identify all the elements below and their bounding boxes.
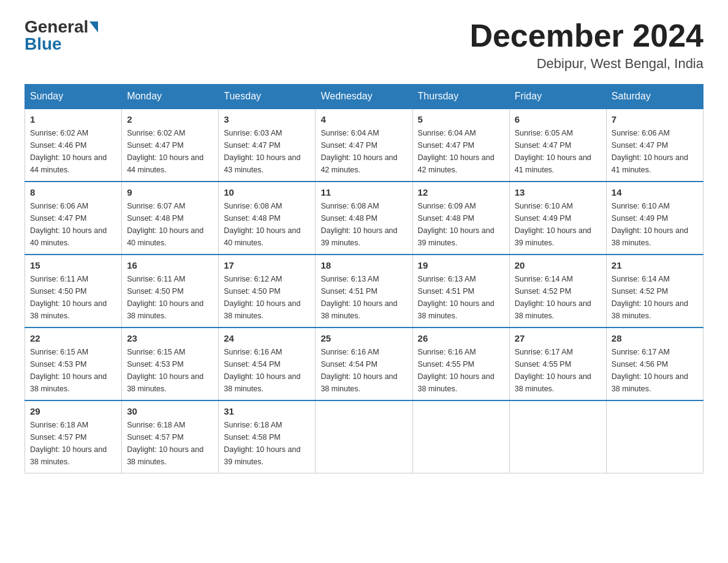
- calendar-cell: 3Sunrise: 6:03 AMSunset: 4:47 PMDaylight…: [219, 109, 316, 182]
- day-info: Sunrise: 6:04 AMSunset: 4:47 PMDaylight:…: [418, 127, 504, 176]
- calendar-body: 1Sunrise: 6:02 AMSunset: 4:46 PMDaylight…: [25, 109, 703, 473]
- day-number: 22: [30, 333, 116, 343]
- day-number: 29: [30, 406, 116, 416]
- day-number: 1: [30, 114, 116, 124]
- day-number: 17: [224, 260, 310, 270]
- day-header-monday: Monday: [122, 85, 219, 109]
- day-info: Sunrise: 6:18 AMSunset: 4:57 PMDaylight:…: [127, 419, 213, 468]
- day-info: Sunrise: 6:11 AMSunset: 4:50 PMDaylight:…: [127, 273, 213, 322]
- day-number: 19: [418, 260, 504, 270]
- day-info: Sunrise: 6:18 AMSunset: 4:58 PMDaylight:…: [224, 419, 310, 468]
- day-number: 16: [127, 260, 213, 270]
- day-info: Sunrise: 6:02 AMSunset: 4:47 PMDaylight:…: [127, 127, 213, 176]
- day-number: 14: [612, 187, 698, 197]
- day-header-sunday: Sunday: [25, 85, 122, 109]
- calendar-cell: 16Sunrise: 6:11 AMSunset: 4:50 PMDayligh…: [122, 255, 219, 327]
- calendar-cell: 25Sunrise: 6:16 AMSunset: 4:54 PMDayligh…: [316, 327, 412, 400]
- day-number: 3: [224, 114, 310, 124]
- day-info: Sunrise: 6:04 AMSunset: 4:47 PMDaylight:…: [320, 127, 407, 176]
- day-number: 26: [418, 333, 504, 343]
- month-title: December 2024: [469, 18, 703, 53]
- day-number: 24: [224, 333, 310, 343]
- calendar-cell: 9Sunrise: 6:07 AMSunset: 4:48 PMDaylight…: [122, 182, 219, 255]
- day-info: Sunrise: 6:15 AMSunset: 4:53 PMDaylight:…: [127, 346, 213, 395]
- calendar-cell: [412, 400, 509, 473]
- day-number: 10: [224, 187, 310, 197]
- calendar-week-row: 1Sunrise: 6:02 AMSunset: 4:46 PMDaylight…: [25, 109, 703, 182]
- calendar-cell: 23Sunrise: 6:15 AMSunset: 4:53 PMDayligh…: [122, 327, 219, 400]
- day-info: Sunrise: 6:08 AMSunset: 4:48 PMDaylight:…: [224, 200, 310, 249]
- day-info: Sunrise: 6:09 AMSunset: 4:48 PMDaylight:…: [418, 200, 504, 249]
- day-info: Sunrise: 6:08 AMSunset: 4:48 PMDaylight:…: [320, 200, 407, 249]
- calendar-cell: 1Sunrise: 6:02 AMSunset: 4:46 PMDaylight…: [25, 109, 122, 182]
- logo-arrow-icon: [89, 21, 98, 33]
- day-header-saturday: Saturday: [606, 85, 703, 109]
- day-info: Sunrise: 6:17 AMSunset: 4:56 PMDaylight:…: [612, 346, 698, 395]
- calendar-cell: [509, 400, 606, 473]
- day-info: Sunrise: 6:03 AMSunset: 4:47 PMDaylight:…: [224, 127, 310, 176]
- day-info: Sunrise: 6:10 AMSunset: 4:49 PMDaylight:…: [515, 200, 601, 249]
- day-info: Sunrise: 6:02 AMSunset: 4:46 PMDaylight:…: [30, 127, 116, 176]
- day-info: Sunrise: 6:11 AMSunset: 4:50 PMDaylight:…: [30, 273, 116, 322]
- day-number: 30: [127, 406, 213, 416]
- day-info: Sunrise: 6:13 AMSunset: 4:51 PMDaylight:…: [320, 273, 407, 322]
- calendar-week-row: 22Sunrise: 6:15 AMSunset: 4:53 PMDayligh…: [25, 327, 703, 400]
- day-number: 13: [515, 187, 601, 197]
- day-info: Sunrise: 6:16 AMSunset: 4:54 PMDaylight:…: [320, 346, 407, 395]
- day-info: Sunrise: 6:05 AMSunset: 4:47 PMDaylight:…: [515, 127, 601, 176]
- day-number: 31: [224, 406, 310, 416]
- day-number: 15: [30, 260, 116, 270]
- calendar-cell: 26Sunrise: 6:16 AMSunset: 4:55 PMDayligh…: [412, 327, 509, 400]
- title-section: December 2024 Debipur, West Bengal, Indi…: [469, 18, 703, 72]
- calendar-cell: 14Sunrise: 6:10 AMSunset: 4:49 PMDayligh…: [606, 182, 703, 255]
- calendar-cell: 6Sunrise: 6:05 AMSunset: 4:47 PMDaylight…: [509, 109, 606, 182]
- logo-blue-text: Blue: [25, 36, 62, 53]
- day-number: 12: [418, 187, 504, 197]
- day-number: 6: [515, 114, 601, 124]
- calendar-cell: [606, 400, 703, 473]
- day-info: Sunrise: 6:07 AMSunset: 4:48 PMDaylight:…: [127, 200, 213, 249]
- day-number: 25: [320, 333, 407, 343]
- day-info: Sunrise: 6:06 AMSunset: 4:47 PMDaylight:…: [612, 127, 698, 176]
- day-info: Sunrise: 6:16 AMSunset: 4:54 PMDaylight:…: [224, 346, 310, 395]
- day-number: 21: [612, 260, 698, 270]
- calendar-cell: 7Sunrise: 6:06 AMSunset: 4:47 PMDaylight…: [606, 109, 703, 182]
- day-info: Sunrise: 6:17 AMSunset: 4:55 PMDaylight:…: [515, 346, 601, 395]
- calendar-cell: 13Sunrise: 6:10 AMSunset: 4:49 PMDayligh…: [509, 182, 606, 255]
- day-info: Sunrise: 6:12 AMSunset: 4:50 PMDaylight:…: [224, 273, 310, 322]
- calendar-week-row: 29Sunrise: 6:18 AMSunset: 4:57 PMDayligh…: [25, 400, 703, 473]
- calendar-cell: 31Sunrise: 6:18 AMSunset: 4:58 PMDayligh…: [219, 400, 316, 473]
- calendar-cell: 21Sunrise: 6:14 AMSunset: 4:52 PMDayligh…: [606, 255, 703, 327]
- day-header-tuesday: Tuesday: [219, 85, 316, 109]
- day-header-friday: Friday: [509, 85, 606, 109]
- calendar-cell: 11Sunrise: 6:08 AMSunset: 4:48 PMDayligh…: [316, 182, 412, 255]
- calendar-cell: 30Sunrise: 6:18 AMSunset: 4:57 PMDayligh…: [122, 400, 219, 473]
- calendar-cell: 19Sunrise: 6:13 AMSunset: 4:51 PMDayligh…: [412, 255, 509, 327]
- calendar-cell: 18Sunrise: 6:13 AMSunset: 4:51 PMDayligh…: [316, 255, 412, 327]
- day-info: Sunrise: 6:06 AMSunset: 4:47 PMDaylight:…: [30, 200, 116, 249]
- day-number: 20: [515, 260, 601, 270]
- location-title: Debipur, West Bengal, India: [469, 56, 703, 72]
- day-info: Sunrise: 6:15 AMSunset: 4:53 PMDaylight:…: [30, 346, 116, 395]
- day-info: Sunrise: 6:10 AMSunset: 4:49 PMDaylight:…: [612, 200, 698, 249]
- day-number: 11: [320, 187, 407, 197]
- calendar-week-row: 15Sunrise: 6:11 AMSunset: 4:50 PMDayligh…: [25, 255, 703, 327]
- calendar-week-row: 8Sunrise: 6:06 AMSunset: 4:47 PMDaylight…: [25, 182, 703, 255]
- calendar-cell: 5Sunrise: 6:04 AMSunset: 4:47 PMDaylight…: [412, 109, 509, 182]
- day-header-wednesday: Wednesday: [316, 85, 412, 109]
- calendar-cell: 2Sunrise: 6:02 AMSunset: 4:47 PMDaylight…: [122, 109, 219, 182]
- day-info: Sunrise: 6:18 AMSunset: 4:57 PMDaylight:…: [30, 419, 116, 468]
- calendar-header-row: SundayMondayTuesdayWednesdayThursdayFrid…: [25, 85, 703, 109]
- day-info: Sunrise: 6:13 AMSunset: 4:51 PMDaylight:…: [418, 273, 504, 322]
- day-number: 7: [612, 114, 698, 124]
- calendar-cell: 27Sunrise: 6:17 AMSunset: 4:55 PMDayligh…: [509, 327, 606, 400]
- day-number: 2: [127, 114, 213, 124]
- day-info: Sunrise: 6:14 AMSunset: 4:52 PMDaylight:…: [515, 273, 601, 322]
- day-number: 23: [127, 333, 213, 343]
- day-number: 5: [418, 114, 504, 124]
- day-number: 28: [612, 333, 698, 343]
- day-number: 8: [30, 187, 116, 197]
- calendar-cell: 28Sunrise: 6:17 AMSunset: 4:56 PMDayligh…: [606, 327, 703, 400]
- day-number: 9: [127, 187, 213, 197]
- logo: General Blue: [25, 18, 98, 53]
